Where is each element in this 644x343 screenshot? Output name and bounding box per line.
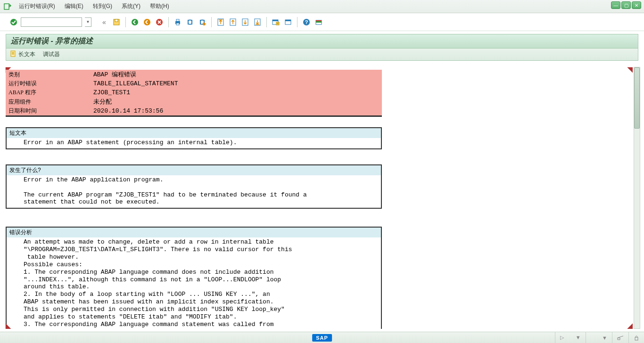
error-info-table: 类别ABAP 编程错误 运行时错误TABLE_ILLEGAL_STATEMENT… — [6, 70, 382, 117]
back-all-icon[interactable]: « — [99, 17, 109, 27]
status-box-2[interactable]: ▼ — [586, 332, 612, 343]
svg-text:?: ? — [305, 19, 308, 25]
create-shortcut-icon[interactable] — [283, 17, 293, 27]
section-title: 发生了什么? — [7, 165, 381, 175]
svg-rect-9 — [176, 23, 179, 25]
menu-system[interactable]: 系统(Y) — [117, 0, 145, 13]
menu-help[interactable]: 帮助(H) — [145, 0, 174, 13]
svg-rect-3 — [115, 19, 118, 22]
info-row: 应用组件未分配 — [6, 97, 382, 106]
last-page-icon[interactable] — [252, 17, 263, 27]
svg-rect-31 — [635, 337, 638, 340]
svg-point-4 — [132, 19, 138, 25]
debugger-button[interactable]: 调试器 — [43, 50, 60, 58]
menu-edit[interactable]: 编辑(E) — [60, 0, 88, 13]
cancel-icon[interactable] — [154, 17, 165, 27]
close-button[interactable]: ✕ — [632, 1, 641, 9]
next-page-icon[interactable] — [240, 17, 250, 27]
help-icon[interactable]: ? — [301, 17, 312, 27]
command-input[interactable] — [21, 17, 82, 27]
command-dropdown[interactable]: ▼ — [85, 17, 91, 27]
print-icon[interactable] — [173, 17, 183, 27]
content-area: 类别ABAP 编程错误 运行时错误TABLE_ILLEGAL_STATEMENT… — [6, 67, 633, 329]
section-body: Error in the ABAP application program. T… — [7, 175, 381, 208]
info-row: 运行时错误TABLE_ILLEGAL_STATEMENT — [6, 79, 382, 88]
menu-goto[interactable]: 转到(G) — [88, 0, 117, 13]
first-page-icon[interactable] — [215, 17, 226, 27]
section-body: Error in an ABAP statement (processing a… — [7, 138, 381, 148]
section-title: 错误分析 — [7, 228, 381, 237]
app-icon — [3, 2, 12, 11]
scrollbar-thumb[interactable] — [634, 67, 640, 129]
status-box-1[interactable]: ▷ ▼ — [555, 332, 585, 343]
back-icon[interactable] — [130, 17, 140, 27]
svg-point-10 — [203, 23, 206, 25]
section-short-text: 短文本 Error in an ABAP statement (processi… — [6, 127, 382, 149]
long-text-button[interactable]: 长文本 — [10, 50, 35, 58]
svg-rect-26 — [316, 21, 322, 23]
svg-rect-27 — [11, 51, 15, 57]
document-icon — [10, 50, 17, 58]
svg-rect-0 — [4, 4, 9, 9]
new-session-icon[interactable] — [271, 17, 281, 27]
save-icon[interactable] — [111, 17, 122, 27]
svg-point-1 — [10, 19, 17, 25]
minimize-button[interactable]: — — [611, 1, 620, 9]
svg-point-5 — [144, 19, 150, 25]
section-body: An attempt was made to change, delete or… — [7, 237, 381, 329]
status-box-3[interactable] — [612, 332, 628, 343]
main-toolbar: ▼ « ? — [0, 13, 644, 31]
info-row: ABAP 程序ZJOB_TEST1 — [6, 88, 382, 97]
corner-bottom-left: ◣ — [6, 323, 11, 329]
svg-rect-18 — [272, 20, 278, 21]
menu-bar: 运行时错误(R) 编辑(E) 转到(G) 系统(Y) 帮助(H) — ▢ ✕ — [0, 0, 644, 13]
find-icon[interactable] — [185, 17, 195, 27]
window-controls: — ▢ ✕ — [611, 1, 641, 9]
find-next-icon[interactable] — [197, 17, 207, 27]
info-row: 类别ABAP 编程错误 — [6, 70, 382, 79]
section-title: 短文本 — [7, 128, 381, 138]
section-what-happened: 发生了什么? Error in the ABAP application pro… — [6, 164, 382, 209]
svg-rect-8 — [176, 19, 179, 21]
menu-runtime-error[interactable]: 运行时错误(R) — [14, 0, 60, 13]
exit-icon[interactable] — [142, 17, 152, 27]
sub-toolbar: 长文本 调试器 — [6, 49, 638, 61]
long-text-label: 长文本 — [18, 50, 35, 58]
status-box-4[interactable] — [628, 332, 644, 343]
sap-logo: SAP — [312, 334, 332, 342]
debugger-label: 调试器 — [43, 50, 60, 58]
vertical-scrollbar[interactable] — [634, 67, 640, 329]
status-bar: SAP ▷ ▼ ▼ — [0, 332, 644, 343]
layout-icon[interactable] — [314, 17, 324, 27]
maximize-button[interactable]: ▢ — [621, 1, 631, 9]
info-row: 日期和时间2020.10.14 17:53:56 — [6, 106, 382, 115]
svg-rect-21 — [285, 20, 291, 21]
page-title: 运行时错误 - 异常的描述 — [6, 34, 638, 49]
section-error-analysis: 错误分析 An attempt was made to change, dele… — [6, 227, 382, 329]
svg-rect-25 — [316, 20, 322, 21]
enter-icon[interactable] — [9, 18, 18, 26]
prev-page-icon[interactable] — [228, 17, 238, 27]
corner-bottom-right: ◢ — [627, 323, 633, 329]
